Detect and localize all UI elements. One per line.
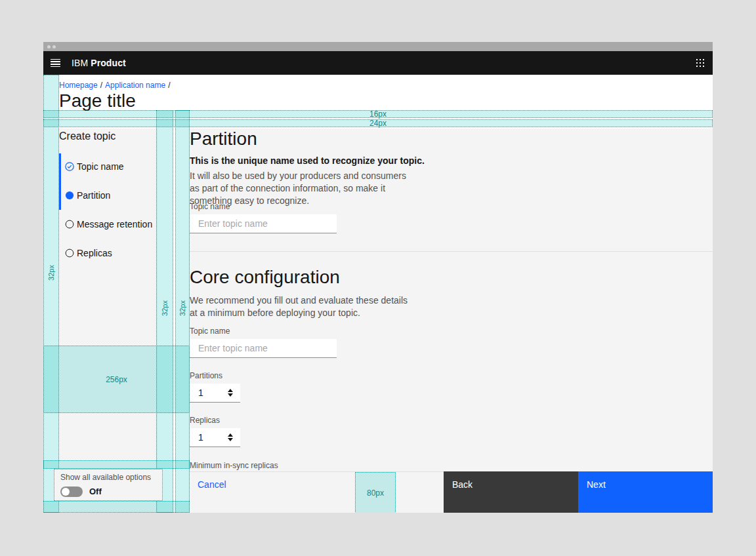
spec-gutter-left-32px: 32px [43, 75, 59, 513]
show-options-box: Show all available options Off [54, 469, 163, 501]
min-insync-replicas-label: Minimum in-sync replicas [190, 461, 278, 470]
spec-label-32px: 32px [178, 300, 186, 316]
core-topic-name-input[interactable] [190, 339, 337, 358]
brand-prefix: IBM [72, 58, 88, 68]
next-button[interactable]: Next [578, 471, 713, 513]
screen: IBM Product Homepage/Application name/ P… [0, 0, 756, 556]
cancel-button[interactable]: Cancel [198, 479, 226, 490]
step-incomplete-icon [65, 220, 74, 229]
menu-icon[interactable] [51, 59, 60, 68]
step-label: Replicas [77, 248, 112, 258]
page-title: Page title [59, 90, 136, 111]
back-button[interactable]: Back [444, 471, 578, 513]
step-label: Partition [77, 190, 110, 201]
section-heading-partition: Partition [190, 129, 257, 149]
breadcrumb-link-homepage[interactable]: Homepage [59, 81, 98, 90]
spec-label-16px: 16px [369, 110, 387, 118]
topic-name-label: Topic name [190, 202, 230, 211]
wizard-sidebar: Create topic Topic name Partition [59, 129, 158, 513]
decrement-icon[interactable] [228, 438, 233, 441]
spec-gutter-mid-32px: 32px [156, 110, 173, 513]
core-body-text: We recommend you fill out and evaluate t… [190, 294, 416, 319]
partition-lead-text: This is the unique name used to recogniz… [190, 155, 425, 166]
wizard-title: Create topic [59, 130, 158, 142]
increment-icon[interactable] [228, 433, 233, 437]
step-current-icon [65, 191, 74, 200]
breadcrumb-link-application[interactable]: Application name [105, 81, 165, 90]
toggle-knob [62, 488, 70, 496]
replicas-value: 1 [190, 432, 228, 443]
app-switcher-icon[interactable] [696, 59, 705, 68]
step-label: Message retention [77, 219, 152, 229]
spec-label-32px: 32px [47, 265, 55, 281]
page-body: Homepage/Application name/ Page title Cr… [43, 75, 713, 513]
spec-label-80px: 80px [367, 488, 384, 498]
show-options-label: Show all available options [60, 473, 151, 482]
spec-band-16px: 16px [43, 110, 713, 118]
spec-label-32px: 32px [161, 300, 169, 316]
spec-label-24px: 24px [369, 119, 387, 127]
progress-step-topic-name[interactable]: Topic name [59, 152, 158, 181]
progress-step-replicas[interactable]: Replicas [59, 239, 158, 268]
progress-step-message-retention[interactable]: Message retention [59, 210, 158, 239]
core-topic-name-label: Topic name [190, 327, 230, 336]
spec-band-24px: 24px [43, 119, 713, 127]
step-complete-icon [65, 162, 74, 171]
show-options-toggle[interactable] [60, 486, 83, 497]
app-window: IBM Product Homepage/Application name/ P… [43, 42, 713, 513]
app-header: IBM Product [43, 51, 713, 75]
spec-gutter-right-32px: 32px [175, 110, 190, 513]
section-divider [189, 251, 713, 252]
spec-footer-height-annotation: 80px [355, 472, 396, 513]
partitions-value: 1 [190, 387, 228, 398]
section-heading-core-configuration: Core configuration [190, 267, 340, 288]
breadcrumb-separator: / [168, 81, 170, 90]
number-stepper[interactable] [228, 433, 233, 441]
action-bar: Cancel 80px Back Next [189, 471, 713, 513]
step-incomplete-icon [65, 248, 74, 258]
replicas-label: Replicas [190, 416, 220, 425]
breadcrumb-separator: / [100, 81, 102, 90]
increment-icon[interactable] [228, 389, 233, 392]
progress-step-partition[interactable]: Partition [59, 181, 158, 210]
partitions-number-input[interactable]: 1 [190, 384, 240, 403]
replicas-number-input[interactable]: 1 [190, 428, 240, 447]
brand-product: Product [91, 58, 126, 68]
window-dot-icon [52, 45, 56, 49]
window-dot-icon [47, 45, 51, 49]
toggle-state-label: Off [89, 486, 102, 496]
number-stepper[interactable] [228, 389, 233, 397]
topic-name-input[interactable] [190, 214, 337, 233]
brand-title: IBM Product [72, 58, 126, 68]
step-label: Topic name [77, 161, 124, 172]
browser-chrome-bar [43, 42, 713, 51]
partitions-label: Partitions [190, 371, 222, 380]
progress-indicator: Topic name Partition Message retention [59, 152, 158, 268]
main-content: Partition This is the unique name used t… [189, 129, 713, 471]
breadcrumb: Homepage/Application name/ [59, 81, 173, 90]
decrement-icon[interactable] [228, 393, 233, 397]
cancel-area: Cancel 80px [189, 471, 444, 513]
